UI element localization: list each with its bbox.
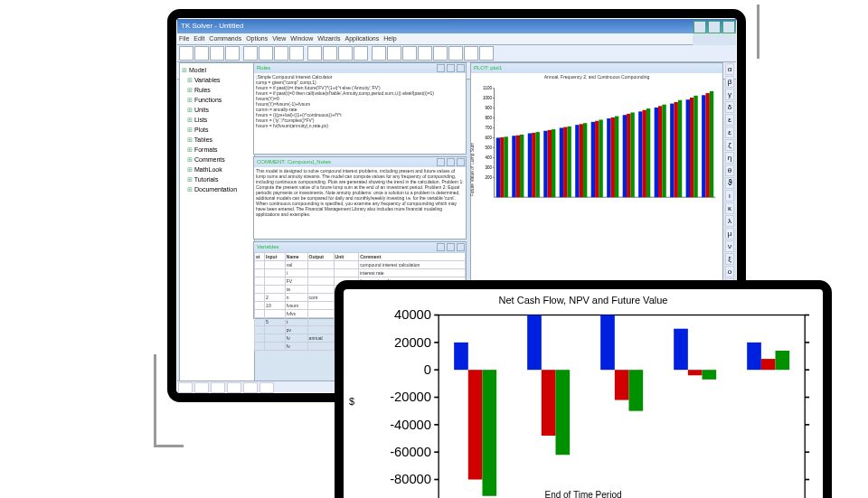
greek-letter[interactable]: η bbox=[725, 152, 734, 164]
panel-min-icon[interactable] bbox=[437, 243, 445, 251]
rules-body[interactable]: ;Simple Compound Interest Calculatorcomp… bbox=[254, 73, 466, 153]
greek-letter[interactable]: κ bbox=[725, 202, 734, 214]
greek-letter[interactable]: θ bbox=[725, 164, 734, 176]
bar bbox=[500, 137, 504, 197]
menu-help[interactable]: Help bbox=[383, 33, 396, 44]
menu-commands[interactable]: Commands bbox=[209, 33, 241, 44]
panel-max-icon[interactable] bbox=[447, 243, 455, 251]
fg-chart-xlabel: End of Time Period bbox=[344, 490, 823, 498]
table-icon[interactable] bbox=[387, 46, 401, 61]
panel-close-icon[interactable] bbox=[457, 158, 465, 166]
bar bbox=[552, 129, 555, 197]
panel-max-icon[interactable] bbox=[447, 158, 455, 166]
menu-bar: FileEditCommandsOptionsViewWindowWizards… bbox=[177, 33, 693, 45]
bar bbox=[688, 370, 703, 375]
funcs-icon[interactable] bbox=[464, 46, 478, 61]
menu-edit[interactable]: Edit bbox=[193, 33, 204, 44]
greek-letter[interactable]: ε bbox=[725, 114, 734, 126]
tree-item-lists[interactable]: Lists bbox=[182, 115, 252, 125]
panel-close-icon[interactable] bbox=[457, 64, 465, 72]
units-icon[interactable] bbox=[448, 46, 463, 61]
menu-applications[interactable]: Applications bbox=[345, 33, 380, 44]
greek-letter[interactable]: α bbox=[725, 63, 734, 75]
tree-item-plots[interactable]: Plots bbox=[182, 125, 252, 135]
greek-letter[interactable]: μ bbox=[725, 228, 734, 240]
panel-min-icon[interactable] bbox=[437, 64, 445, 72]
greek-letter[interactable]: ο bbox=[725, 266, 734, 277]
greek-letter[interactable]: λ bbox=[725, 215, 734, 227]
tree-item-variables[interactable]: Variables bbox=[182, 75, 252, 85]
cut-icon[interactable] bbox=[243, 46, 258, 61]
menu-view[interactable]: View bbox=[272, 33, 286, 44]
greek-letter[interactable]: ϑ bbox=[725, 177, 734, 189]
stop-icon[interactable] bbox=[354, 46, 368, 61]
table-row[interactable]: iinterest rate bbox=[255, 269, 466, 277]
copy-icon[interactable] bbox=[259, 46, 273, 61]
bar bbox=[567, 127, 571, 197]
panel-close-icon[interactable] bbox=[457, 243, 465, 251]
fg-chart-title: Net Cash Flow, NPV and Future Value bbox=[344, 295, 823, 305]
tree-item-comments[interactable]: Comments bbox=[182, 155, 252, 164]
menu-file[interactable]: File bbox=[179, 33, 189, 44]
plot-icon[interactable] bbox=[372, 46, 386, 61]
run-icon[interactable] bbox=[323, 46, 337, 61]
model-tree[interactable]: Model VariablesRulesFunctionsUnitsListsP… bbox=[179, 62, 255, 381]
menu-wizards[interactable]: Wizards bbox=[317, 33, 340, 44]
bar bbox=[690, 98, 693, 197]
open-icon[interactable] bbox=[194, 46, 209, 61]
greek-letter[interactable]: δ bbox=[725, 101, 734, 113]
step-icon[interactable] bbox=[338, 46, 353, 61]
bar bbox=[702, 95, 705, 197]
panel-max-icon[interactable] bbox=[447, 64, 455, 72]
tree-root[interactable]: Model bbox=[182, 65, 252, 75]
tree-item-documentation[interactable]: Documentation bbox=[182, 184, 252, 194]
tree-item-rules[interactable]: Rules bbox=[182, 85, 252, 95]
greek-letter[interactable]: ν bbox=[725, 240, 734, 252]
vars-icon[interactable] bbox=[418, 46, 432, 61]
comment-body[interactable]: This model is designed to solve compound… bbox=[254, 167, 466, 238]
greek-letter[interactable]: ε bbox=[725, 127, 734, 138]
paste-icon[interactable] bbox=[274, 46, 288, 61]
tree-item-units[interactable]: Units bbox=[182, 105, 252, 115]
plot-panel-title: PLOT: plot1 bbox=[471, 63, 722, 73]
rules-panel-title: Rules bbox=[254, 63, 466, 73]
help-icon[interactable] bbox=[479, 46, 494, 61]
minimize-icon[interactable] bbox=[693, 21, 706, 33]
menu-options[interactable]: Options bbox=[246, 33, 268, 44]
new-icon[interactable] bbox=[179, 46, 193, 61]
tree-item-mathlook[interactable]: MathLook bbox=[182, 164, 252, 174]
solve-icon[interactable] bbox=[307, 46, 322, 61]
save-icon[interactable] bbox=[210, 46, 224, 61]
lists-icon[interactable] bbox=[433, 46, 448, 61]
tree-item-functions[interactable]: Functions bbox=[182, 95, 252, 105]
rules-icon[interactable] bbox=[402, 46, 417, 61]
greek-letter[interactable]: γ bbox=[725, 89, 734, 100]
tree-item-formats[interactable]: Formats bbox=[182, 145, 252, 155]
tree-item-tables[interactable]: Tables bbox=[182, 135, 252, 145]
greek-letter[interactable]: β bbox=[725, 76, 734, 88]
svg-text:800: 800 bbox=[485, 116, 492, 120]
greek-letter[interactable]: ξ bbox=[725, 253, 734, 265]
bar bbox=[615, 370, 629, 399]
maximize-icon[interactable] bbox=[708, 21, 721, 33]
rule-line[interactable]: fvsum = if past(t)=0 then call(value(sf'… bbox=[256, 90, 464, 96]
bar bbox=[548, 130, 552, 197]
greek-letter[interactable]: ζ bbox=[725, 139, 734, 151]
bar bbox=[580, 124, 583, 197]
close-icon[interactable] bbox=[722, 21, 735, 33]
svg-text:0: 0 bbox=[424, 362, 431, 377]
svg-text:500: 500 bbox=[485, 146, 492, 150]
tree-item-tutorials[interactable]: Tutorials bbox=[182, 174, 252, 184]
greek-letter[interactable]: ι bbox=[725, 190, 734, 202]
svg-text:400: 400 bbox=[485, 155, 492, 160]
undo-icon[interactable] bbox=[289, 46, 304, 61]
bar bbox=[627, 114, 630, 197]
rule-line[interactable]: fvsum = fv(fvsum(annuity),n,rate,pv) bbox=[256, 123, 464, 128]
menu-window[interactable]: Window bbox=[290, 33, 313, 44]
bar bbox=[600, 315, 615, 371]
panel-min-icon[interactable] bbox=[437, 158, 445, 166]
table-row[interactable]: valcompound interest calculation bbox=[255, 261, 466, 269]
print-icon[interactable] bbox=[225, 46, 240, 61]
bar bbox=[623, 115, 627, 197]
bar bbox=[670, 104, 674, 198]
